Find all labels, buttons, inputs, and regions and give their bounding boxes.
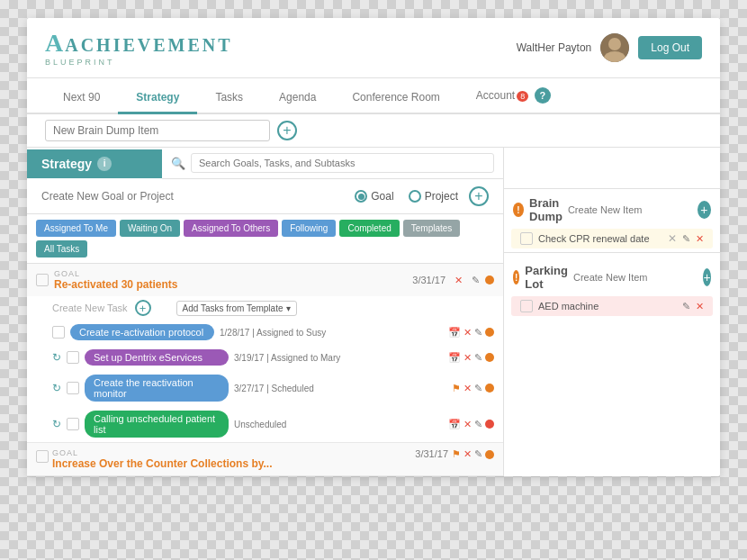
- task-checkbox-1-3[interactable]: [67, 382, 79, 394]
- brain-item-delete-icon-1[interactable]: ✕: [696, 233, 704, 245]
- brain-dump-info-icon[interactable]: !: [513, 203, 524, 217]
- task-checkbox-1-2[interactable]: [67, 351, 79, 364]
- brain-dump-create-input[interactable]: [568, 204, 692, 215]
- edit-task-icon-1-3[interactable]: ✎: [474, 383, 482, 394]
- calendar-icon-1-1[interactable]: 📅: [448, 327, 461, 339]
- brain-item-close-icon-1[interactable]: ✕: [668, 232, 677, 245]
- assign-template-dropdown-1[interactable]: Add Tasks from Template ▾: [176, 301, 298, 316]
- brain-dump-input[interactable]: [45, 120, 270, 141]
- nav-item-agenda[interactable]: Agenda: [261, 82, 334, 113]
- tab-all-tasks[interactable]: All Tasks: [36, 240, 87, 257]
- task-dot-1-1: [485, 328, 494, 337]
- goal-section-2: GOAL Increase Over the Counter Collectio…: [27, 443, 503, 476]
- strategy-search-input[interactable]: [191, 153, 494, 173]
- brain-item-row-1: Check CPR renewal date ✕ ✎ ✕: [511, 229, 713, 248]
- logo: AACHIEVEMENT BLUEPRINT: [45, 29, 233, 67]
- delete-goal-icon-2[interactable]: ✕: [464, 448, 472, 460]
- tab-waiting-on[interactable]: Waiting On: [120, 220, 180, 237]
- tab-assigned-to-others[interactable]: Assigned To Others: [184, 220, 278, 237]
- task-dot-1-4: [485, 420, 494, 429]
- filter-tabs: Assigned To Me Waiting On Assigned To Ot…: [27, 214, 503, 264]
- task-chip-1-4[interactable]: Calling unscheduled patient list: [85, 411, 229, 438]
- avatar: [600, 33, 629, 62]
- delete-task-icon-1-2[interactable]: ✕: [464, 352, 472, 364]
- goal-section-1: GOAL Re-activated 30 patients 3/31/17 ✕ …: [27, 264, 503, 443]
- task-list: GOAL Re-activated 30 patients 3/31/17 ✕ …: [27, 264, 503, 476]
- parking-item-row-1: AED machine ✎ ✕: [511, 296, 713, 316]
- header-right: WaltHer Payton Log Out: [517, 33, 702, 62]
- tab-assigned-to-me[interactable]: Assigned To Me: [36, 220, 116, 237]
- task-chip-1-1[interactable]: Create re-activation protocol: [70, 324, 214, 340]
- delete-task-icon-1-1[interactable]: ✕: [464, 327, 472, 339]
- svg-point-1: [608, 38, 621, 50]
- tab-completed[interactable]: Completed: [339, 220, 399, 237]
- goal-label-2: GOAL: [52, 448, 273, 457]
- flag-icon-1-3: ⚑: [452, 383, 461, 394]
- app-header: AACHIEVEMENT BLUEPRINT WaltHer Payton Lo…: [27, 18, 720, 78]
- add-brain-dump-button[interactable]: +: [277, 121, 297, 140]
- task-row-1-2: ↻ Set up Dentrix eServices 3/19/17 | Ass…: [27, 345, 503, 370]
- edit-goal-icon-2[interactable]: ✎: [474, 448, 482, 460]
- goal-date-1: 3/31/17: [412, 275, 446, 285]
- info-icon[interactable]: i: [97, 157, 112, 171]
- tab-templates[interactable]: Templates: [403, 220, 461, 237]
- calendar-icon-1-4[interactable]: 📅: [448, 419, 461, 430]
- edit-goal-icon-1[interactable]: ✎: [468, 273, 482, 287]
- nav-item-next90[interactable]: Next 90: [45, 82, 118, 113]
- task-row-1-1: Create re-activation protocol 1/28/17 | …: [27, 320, 503, 345]
- goal-icons-1: ✕ ✎: [451, 273, 494, 287]
- repeat-icon-1-2: ↻: [52, 351, 61, 364]
- brain-item-checkbox-1[interactable]: [520, 232, 533, 245]
- tab-following[interactable]: Following: [282, 220, 336, 237]
- parking-lot-section-header: ! Parking Lot +: [504, 257, 720, 294]
- task-meta-1-1: 1/28/17 | Assigned to Susy: [220, 328, 443, 338]
- goal-label-1: GOAL: [54, 269, 177, 278]
- goal-project-bar: Goal Project +: [27, 179, 503, 214]
- chevron-down-icon: ▾: [286, 303, 291, 313]
- delete-goal-icon-1[interactable]: ✕: [451, 273, 465, 287]
- add-goal-button[interactable]: +: [469, 186, 489, 206]
- task-chip-1-3[interactable]: Create the reactivation monitor: [85, 375, 229, 402]
- task-chip-1-2[interactable]: Set up Dentrix eServices: [85, 349, 229, 366]
- delete-task-icon-1-4[interactable]: ✕: [464, 419, 472, 430]
- new-goal-input[interactable]: [41, 190, 344, 203]
- radio-group: Goal Project: [355, 190, 458, 203]
- strategy-title: Strategy: [41, 157, 92, 171]
- goal-dot-1: [485, 275, 494, 285]
- radio-goal[interactable]: Goal: [355, 190, 393, 203]
- add-brain-dump-item-button[interactable]: +: [698, 201, 711, 219]
- brain-dump-bar: +: [27, 114, 720, 148]
- goal-checkbox-2[interactable]: [36, 450, 49, 463]
- brain-item-edit-icon-1[interactable]: ✎: [682, 233, 690, 245]
- edit-task-icon-1-4[interactable]: ✎: [474, 419, 482, 430]
- nav-bar: Next 90 Strategy Tasks Agenda Conference…: [27, 78, 720, 114]
- parking-lot-info-icon[interactable]: !: [513, 270, 519, 285]
- repeat-icon-1-3: ↻: [52, 382, 61, 394]
- task-dot-1-2: [485, 353, 494, 362]
- task-icons-1-2: 📅 ✕ ✎: [448, 352, 494, 364]
- logo-title: AACHIEVEMENT: [45, 29, 233, 58]
- logout-button[interactable]: Log Out: [638, 36, 702, 59]
- nav-item-strategy[interactable]: Strategy: [118, 82, 197, 113]
- parking-item-checkbox-1[interactable]: [520, 300, 533, 312]
- task-checkbox-1-1[interactable]: [52, 326, 65, 339]
- task-icons-1-4: 📅 ✕ ✎: [448, 419, 494, 430]
- goal-checkbox-1[interactable]: [36, 274, 49, 286]
- nav-item-account[interactable]: Account8 ?: [458, 78, 569, 113]
- parking-item-delete-icon-1[interactable]: ✕: [696, 301, 704, 312]
- radio-project[interactable]: Project: [409, 190, 458, 203]
- task-checkbox-1-4[interactable]: [67, 418, 79, 430]
- repeat-icon-1-4: ↻: [52, 418, 61, 430]
- add-parking-item-button[interactable]: +: [703, 268, 711, 286]
- brain-dump-section-header: ! Brain Dump +: [504, 189, 720, 227]
- parking-item-edit-icon-1[interactable]: ✎: [682, 301, 690, 312]
- nav-item-conference[interactable]: Conference Room: [334, 82, 457, 113]
- parking-lot-create-input[interactable]: [573, 272, 698, 283]
- calendar-icon-1-2[interactable]: 📅: [448, 352, 461, 364]
- edit-task-icon-1-1[interactable]: ✎: [474, 327, 482, 339]
- delete-task-icon-1-3[interactable]: ✕: [464, 383, 472, 394]
- nav-item-tasks[interactable]: Tasks: [197, 82, 261, 113]
- flag-icon-2: ⚑: [452, 448, 461, 460]
- edit-task-icon-1-2[interactable]: ✎: [474, 352, 482, 364]
- add-task-button-1[interactable]: +: [135, 300, 151, 316]
